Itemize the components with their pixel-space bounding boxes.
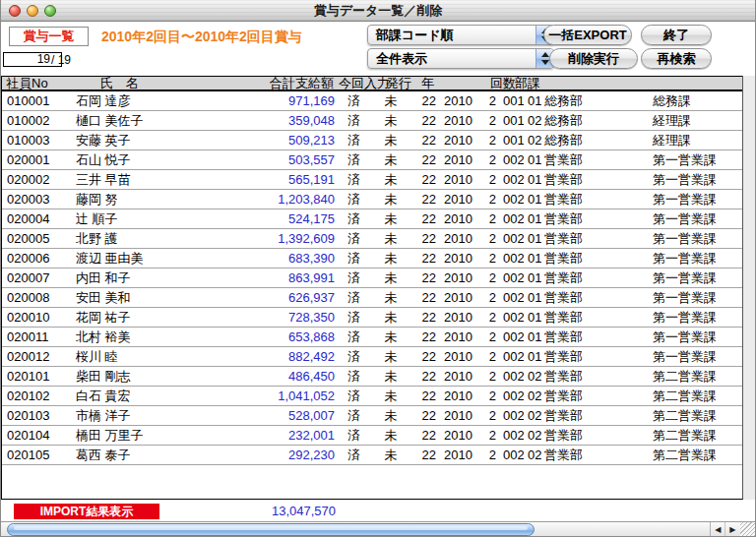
cell-round: 2: [474, 446, 496, 464]
cell-amount: 863,991: [268, 268, 337, 287]
cell-amount: 971,169: [268, 91, 337, 110]
cell-name: 樋口 美佐子: [71, 111, 268, 130]
table-row[interactable]: 020008安田 美和626,937済未222010200201営業部第一営業課: [2, 288, 742, 308]
cell-year_wareki: 22: [410, 406, 440, 425]
cell-round: 2: [474, 229, 496, 248]
sort-order-value: 部課コード順: [376, 26, 454, 44]
cell-amount: 683,390: [268, 249, 337, 268]
cell-year: 2010: [440, 367, 474, 386]
cell-dept: 営業部: [541, 387, 647, 405]
cell-issued: 未: [371, 308, 410, 327]
table-row[interactable]: 010002樋口 美佐子359,048済未222010200102総務部経理課: [2, 111, 742, 131]
cell-amount: 1,041,052: [268, 387, 337, 405]
cell-done: 済: [337, 209, 371, 228]
header-year: 年: [421, 77, 434, 90]
cell-done: 済: [337, 268, 371, 287]
cell-done: 済: [337, 426, 371, 445]
quit-button[interactable]: 終了: [641, 25, 712, 45]
table-header: 社員No 氏 名 合計支給額 今回入力 発行 年 回数 部課: [2, 76, 742, 91]
title-bar[interactable]: 賞与データ一覧／削除: [1, 0, 755, 22]
cell-amount: 509,213: [268, 131, 337, 149]
delete-execute-button[interactable]: 削除実行: [549, 48, 638, 69]
cell-issued: 未: [371, 426, 410, 445]
cell-amount: 626,937: [268, 288, 337, 307]
cell-year_wareki: 22: [410, 229, 440, 248]
table-row[interactable]: 020010花岡 祐子728,350済未222010200201営業部第一営業課: [2, 308, 742, 328]
cell-sec_code: 01: [524, 229, 541, 248]
cell-amount: 524,175: [268, 209, 337, 228]
cell-section: 第一営業課: [647, 249, 742, 268]
header-issue: 発行: [386, 77, 411, 90]
bonus-period-text: 2010年2回目〜2010年2回目賞与: [101, 29, 302, 46]
research-button[interactable]: 再検索: [641, 48, 712, 69]
cell-year: 2010: [440, 426, 474, 445]
header-empno: 社員No: [6, 77, 48, 90]
table-row[interactable]: 020103市橋 洋子528,007済未222010200202営業部第二営業課: [2, 406, 742, 426]
cell-issued: 未: [371, 111, 410, 130]
cell-sec_code: 01: [524, 209, 541, 228]
cell-year: 2010: [440, 209, 474, 228]
horizontal-scrollbar[interactable]: ◀ ▶: [1, 521, 756, 537]
table-row[interactable]: 010001石岡 達彦971,169済未222010200101総務部総務課: [2, 91, 742, 111]
table-row[interactable]: 020004辻 順子524,175済未222010200201営業部第一営業課: [2, 209, 742, 229]
cell-amount: 503,557: [268, 150, 337, 169]
cell-sec_code: 02: [524, 406, 541, 425]
display-filter-select[interactable]: 全件表示: [367, 48, 554, 69]
cell-done: 済: [337, 131, 371, 149]
table-row[interactable]: 020011北村 裕美653,868済未222010200201営業部第一営業課: [2, 328, 742, 347]
cell-done: 済: [337, 406, 371, 425]
table-row[interactable]: 020007内田 和子863,991済未222010200201営業部第一営業課: [2, 268, 742, 288]
cell-year: 2010: [440, 150, 474, 169]
table-row[interactable]: 020101柴田 剛志486,450済未222010200202営業部第二営業課: [2, 367, 742, 387]
sort-order-select[interactable]: 部課コード順: [367, 25, 554, 45]
table-row[interactable]: 020006渡辺 亜由美683,390済未222010200201営業部第一営業…: [2, 249, 742, 268]
cell-name: 柴田 剛志: [71, 367, 268, 386]
export-button[interactable]: 一括EXPORT: [543, 25, 632, 45]
cell-empno: 020001: [2, 150, 71, 169]
cell-issued: 未: [371, 387, 410, 405]
table-row[interactable]: 020104橋田 万里子232,001済未222010200202営業部第二営業…: [2, 426, 742, 446]
cell-section: 第一営業課: [647, 288, 742, 307]
cell-round: 2: [474, 288, 496, 307]
cell-dept_code: 002: [496, 406, 524, 425]
cell-dept: 総務部: [541, 111, 647, 130]
cell-done: 済: [337, 190, 371, 209]
cell-name: 辻 順子: [71, 209, 268, 228]
table-row[interactable]: 020002三井 早苗565,191済未222010200201営業部第一営業課: [2, 170, 742, 190]
scroll-left-icon[interactable]: ◀: [711, 522, 724, 537]
cell-year: 2010: [440, 328, 474, 346]
display-filter-value: 全件表示: [376, 49, 427, 68]
cell-section: 第一営業課: [647, 170, 742, 189]
cell-dept: 営業部: [541, 308, 647, 327]
table-row[interactable]: 020102白石 貴宏1,041,052済未222010200202営業部第二営…: [2, 387, 742, 406]
cell-name: 藤岡 努: [71, 190, 268, 209]
cell-year_wareki: 22: [410, 249, 440, 268]
header-amount: 合計支給額: [270, 77, 334, 90]
table-row[interactable]: 020001石山 悦子503,557済未222010200201営業部第一営業課: [2, 150, 742, 170]
cell-year_wareki: 22: [410, 446, 440, 464]
cell-name: 北村 裕美: [71, 328, 268, 346]
cell-issued: 未: [371, 209, 410, 228]
table-row[interactable]: 020005北野 護1,392,609済未222010200201営業部第一営業…: [2, 229, 742, 249]
scrollbar-thumb[interactable]: [7, 523, 535, 536]
cell-empno: 020004: [2, 209, 71, 228]
cell-round: 2: [474, 308, 496, 327]
table-row[interactable]: 020105葛西 泰子292,230済未222010200202営業部第二営業課: [2, 446, 742, 465]
cell-sec_code: 02: [524, 131, 541, 149]
cell-name: 内田 和子: [71, 268, 268, 287]
cell-amount: 653,868: [268, 328, 337, 346]
cell-name: 渡辺 亜由美: [71, 249, 268, 268]
table-row[interactable]: 020012桜川 睦882,492済未222010200201営業部第一営業課: [2, 347, 742, 367]
cell-done: 済: [337, 150, 371, 169]
table-row[interactable]: 020003藤岡 努1,203,840済未222010200201営業部第一営業…: [2, 190, 742, 209]
cell-empno: 020105: [2, 446, 71, 464]
cell-dept_code: 001: [496, 111, 524, 130]
cell-dept_code: 002: [496, 170, 524, 189]
cell-year_wareki: 22: [410, 367, 440, 386]
resize-grip-icon[interactable]: [740, 522, 756, 537]
import-result-button[interactable]: IMPORT結果表示: [14, 504, 159, 519]
cell-dept: 営業部: [541, 170, 647, 189]
scroll-right-icon[interactable]: ▶: [724, 522, 739, 537]
cell-issued: 未: [371, 131, 410, 149]
table-row[interactable]: 010003安藤 英子509,213済未222010200102総務部経理課: [2, 131, 742, 150]
